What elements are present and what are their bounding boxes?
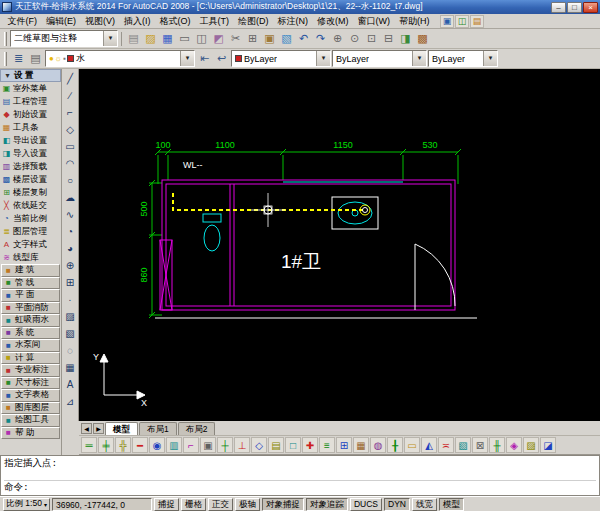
tz-toolbar-icon[interactable]: ◇ [251, 437, 267, 453]
status-toggle-button[interactable]: 极轴 [235, 498, 260, 511]
sidebar-item[interactable]: ■ 平面消防 [1, 302, 60, 315]
tz-toolbar-icon[interactable]: ◍ [370, 437, 386, 453]
publish-icon[interactable]: ◩ [210, 30, 227, 47]
tz-toolbar-icon[interactable]: ═ [81, 437, 97, 453]
tz-toolbar-icon[interactable]: ▦ [353, 437, 369, 453]
ellipse-icon[interactable]: ◔ [63, 223, 78, 240]
tz-toolbar-icon[interactable]: ◈ [506, 437, 522, 453]
sidebar-item[interactable]: ╳ 依线延交 [0, 199, 61, 212]
chevron-down-icon[interactable]: ▾ [412, 51, 426, 66]
spline-icon[interactable]: ∿ [63, 206, 78, 223]
layer-states-icon[interactable]: ▤ [27, 50, 44, 67]
sidebar-item[interactable]: ≋ 线型库 [0, 251, 61, 264]
menu-item[interactable]: 编辑(E) [42, 14, 81, 28]
layer-select[interactable]: ● ☼ ▪ 水 ▾ [45, 50, 195, 67]
menu-item[interactable]: 修改(M) [313, 14, 354, 28]
sidebar-item[interactable]: ■ 虹吸雨水 [1, 314, 60, 327]
tz-toolbar-icon[interactable]: ▥ [166, 437, 182, 453]
insert-block-icon[interactable]: ⊕ [63, 257, 78, 274]
menu-item[interactable]: 标注(N) [273, 14, 313, 28]
color-select[interactable]: ByLayer ▾ [231, 50, 331, 67]
sidebar-item[interactable]: ◧ 导出设置 [0, 134, 61, 147]
sidebar-item[interactable]: ■ 系 统 [1, 327, 60, 340]
tz-dock-icon-2[interactable]: ◫ [455, 15, 469, 28]
menu-item[interactable]: 帮助(H) [395, 14, 435, 28]
sidebar-item[interactable]: ■ 图库图层 [1, 402, 60, 415]
status-toggle-button[interactable]: DYN [384, 498, 410, 511]
tz-toolbar-icon[interactable]: ⌐ [183, 437, 199, 453]
region-icon[interactable]: ◌ [63, 342, 78, 359]
menu-item[interactable]: 文件(F) [3, 14, 42, 28]
xline-icon[interactable]: ∕ [63, 87, 78, 104]
tz-toolbar-icon[interactable]: ╬ [115, 437, 131, 453]
tz-toolbar-icon[interactable]: ◪ [540, 437, 556, 453]
maximize-button[interactable]: □ [567, 2, 582, 13]
match-properties-icon[interactable]: ▧ [278, 30, 295, 47]
sidebar-item[interactable]: ▣ 室外菜单 [0, 82, 61, 95]
sidebar-item[interactable]: ▾ 设 置 [0, 69, 61, 82]
linetype-select[interactable]: ByLayer ▾ [332, 50, 427, 67]
toolbar-grip[interactable] [4, 52, 7, 66]
open-icon[interactable]: ▨ [142, 30, 159, 47]
save-icon[interactable]: ▦ [159, 30, 176, 47]
tz-toolbar-icon[interactable]: ⊠ [472, 437, 488, 453]
point-icon[interactable]: ∙ [63, 291, 78, 308]
tz-toolbar-icon[interactable]: ▭ [404, 437, 420, 453]
copy-icon[interactable]: ⊞ [244, 30, 261, 47]
status-toggle-button[interactable]: 栅格 [181, 498, 206, 511]
tz-toolbar-icon[interactable]: ▧ [455, 437, 471, 453]
properties-icon[interactable]: ◨ [397, 30, 414, 47]
sidebar-item[interactable]: ■ 建 筑 [1, 264, 60, 277]
sidebar-item[interactable]: ▦ 工具条 [0, 121, 61, 134]
menu-item[interactable]: 视图(V) [81, 14, 120, 28]
sidebar-item[interactable]: ■ 管 线 [1, 277, 60, 290]
menu-item[interactable]: 格式(O) [155, 14, 195, 28]
status-toggle-button[interactable]: 模型 [439, 498, 464, 511]
zoom-realtime-icon[interactable]: ⊙ [346, 30, 363, 47]
ellipse-arc-icon[interactable]: ◕ [63, 240, 78, 257]
status-toggle-button[interactable]: 对象捕捉 [262, 498, 304, 511]
menu-item[interactable]: 插入(I) [120, 14, 156, 28]
tz-toolbar-icon[interactable]: ▤ [268, 437, 284, 453]
chevron-down-icon[interactable]: ▾ [103, 31, 117, 46]
status-toggle-button[interactable]: 对象追踪 [306, 498, 348, 511]
chevron-down-icon[interactable]: ▾ [483, 51, 497, 66]
sidebar-item[interactable]: ■ 文字表格 [1, 389, 60, 402]
sidebar-item[interactable]: ◔ 当前比例 [0, 212, 61, 225]
sidebar-item[interactable]: ⊞ 楼层复制 [0, 186, 61, 199]
status-toggle-button[interactable]: 线宽 [412, 498, 437, 511]
zoom-previous-icon[interactable]: ⊟ [380, 30, 397, 47]
tz-toolbar-icon[interactable]: ━ [132, 437, 148, 453]
tz-toolbar-icon[interactable]: ◭ [421, 437, 437, 453]
table-icon[interactable]: ▦ [63, 359, 78, 376]
menu-item[interactable]: 绘图(D) [234, 14, 274, 28]
tz-toolbar-icon[interactable]: ⊥ [234, 437, 250, 453]
scale-select[interactable]: 比例 1:50 ▾ [3, 498, 50, 511]
redo-icon[interactable]: ↷ [312, 30, 329, 47]
layer-properties-manager-icon[interactable]: ≣ [10, 50, 27, 67]
polyline-icon[interactable]: ⌐ [63, 104, 78, 121]
tz-toolbar-icon[interactable]: ╫ [489, 437, 505, 453]
menu-item[interactable]: 工具(T) [195, 14, 234, 28]
sidebar-item[interactable]: ■ 水泵间 [1, 339, 60, 352]
circle-icon[interactable]: ○ [63, 172, 78, 189]
sidebar-item[interactable]: ■ 帮 助 [1, 427, 60, 440]
gradient-icon[interactable]: ▧ [63, 325, 78, 342]
wipeout-icon[interactable]: ⊿ [63, 393, 78, 410]
lineweight-select[interactable]: ByLayer ▾ [428, 50, 498, 67]
tz-toolbar-icon[interactable]: □ [285, 437, 301, 453]
designcenter-icon[interactable]: ▩ [414, 30, 431, 47]
arc-icon[interactable]: ◠ [63, 155, 78, 172]
tz-dock-icon-3[interactable]: ▤ [470, 15, 484, 28]
cut-icon[interactable]: ✂ [227, 30, 244, 47]
sidebar-item[interactable]: ■ 尺寸标注 [1, 377, 60, 390]
zoom-window-icon[interactable]: ⊡ [363, 30, 380, 47]
tab-model[interactable]: 模型 [105, 422, 138, 435]
rectangle-icon[interactable]: ▭ [63, 138, 78, 155]
close-button[interactable]: × [583, 2, 598, 13]
layer-previous-icon[interactable]: ↩ [213, 50, 230, 67]
tz-toolbar-icon[interactable]: ⊞ [336, 437, 352, 453]
status-toggle-button[interactable]: DUCS [350, 498, 382, 511]
make-block-icon[interactable]: ⊞ [63, 274, 78, 291]
plot-icon[interactable]: ▭ [176, 30, 193, 47]
